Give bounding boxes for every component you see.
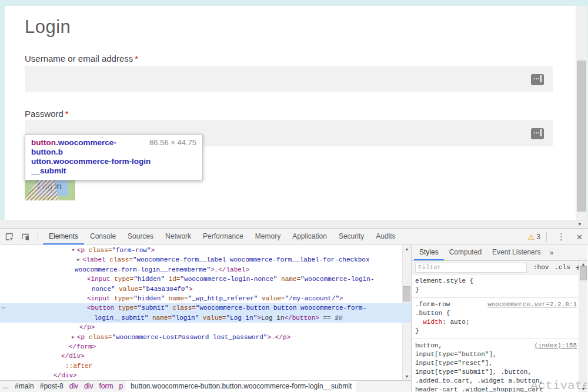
tab-memory[interactable]: Memory (249, 229, 286, 244)
code-token: </p> (79, 324, 95, 331)
code-token: name= (165, 295, 188, 302)
code-token: "woocommerce-form__label woocommerce-for… (133, 256, 370, 263)
tab-audits[interactable]: Audits (370, 229, 401, 244)
breadcrumb-item[interactable]: #post-8 (37, 381, 66, 392)
page-scrollbar-thumb[interactable] (577, 61, 586, 212)
page-scrollbar[interactable] (576, 6, 587, 220)
code-token: button, (415, 342, 442, 349)
style-rule-line[interactable]: .added_to_cart, .widget a.button, (415, 377, 577, 386)
devtools-close-icon[interactable]: ✕ (571, 233, 588, 242)
tree-line[interactable]: woocommerce-form-login__rememberme">…</l… (0, 265, 411, 274)
screen: Login Username or email address* ··· Pas… (0, 0, 588, 392)
breadcrumb-item[interactable]: p (116, 381, 126, 392)
tab-security[interactable]: Security (333, 229, 370, 244)
tree-line[interactable]: <input type="hidden" name="_wp_http_refe… (0, 294, 411, 303)
code-token: width (415, 319, 442, 326)
breadcrumb-item[interactable]: #main (12, 381, 37, 392)
style-rule-line[interactable]: width: auto; (415, 318, 577, 327)
breadcrumb-item[interactable]: div (81, 381, 96, 392)
tab-console[interactable]: Console (84, 229, 122, 244)
style-rule-line[interactable]: element.style { (415, 277, 577, 286)
class-toggle[interactable]: .cls (552, 264, 573, 271)
scroll-down-icon[interactable]: ▼ (577, 222, 582, 227)
tree-line[interactable]: </div> (0, 351, 411, 361)
scroll-up-icon[interactable]: ▲ (579, 262, 587, 266)
style-rules: Activate Go to Setti element.style {}woo… (412, 274, 587, 392)
breadcrumb-item[interactable]: div (66, 381, 81, 392)
style-rule-line[interactable]: input[type="reset"], (415, 359, 577, 368)
device-toolbar-icon[interactable] (21, 232, 30, 242)
code-token: ▼ (72, 246, 77, 255)
tree-line[interactable]: </div> (0, 371, 411, 380)
code-token: value= (115, 286, 142, 293)
style-rule-line[interactable]: header-cart .widget_shopping_cart (415, 386, 577, 392)
pseudo-state-toggle[interactable]: :hov (530, 264, 552, 271)
style-rule-line[interactable]: woocommerce…ver=2.2.8:1.form-row (415, 300, 577, 309)
breadcrumb-item[interactable]: button.woocommerce-button.button.woocomm… (126, 381, 356, 392)
toolbar-separator (38, 232, 38, 242)
tab-elements[interactable]: Elements (43, 229, 84, 244)
code-token: element.style { (415, 277, 473, 284)
style-rule: woocommerce…ver=2.2.8:1.form-row.button … (412, 298, 587, 339)
code-token: id= (165, 276, 180, 283)
tree-line[interactable]: ⋯<button type="submit" class="woocommerc… (0, 303, 411, 313)
tree-line[interactable]: </form> (0, 342, 411, 351)
stylesheet-source-link[interactable]: woocommerce…ver=2.2.8:1 (487, 300, 577, 309)
style-rule: (index):155button,input[type="button"],i… (412, 339, 587, 392)
console-warnings-badge[interactable]: ⚠3 (528, 233, 540, 242)
scroll-down-icon[interactable]: ▼ (579, 387, 587, 391)
style-rule-line[interactable]: } (415, 327, 577, 336)
page-title: Login (25, 16, 71, 38)
code-token: } (415, 286, 419, 293)
sidebar-tab-styles[interactable]: Styles (414, 245, 444, 260)
inspect-tooltip: button.woocommerce-button.b 86.56 × 44.7… (25, 134, 203, 180)
code-token: .added_to_cart, .widget a.button, (415, 377, 543, 384)
sidebar-tab-event-listeners[interactable]: Event Listeners (487, 245, 546, 260)
code-token: : auto; (442, 319, 469, 326)
page-viewport: Login Username or email address* ··· Pas… (0, 0, 588, 229)
style-rule: element.style {} (412, 274, 587, 298)
autofill-icon[interactable]: ··· (531, 74, 544, 85)
code-token: type= (111, 295, 134, 302)
tree-line[interactable]: <input type="hidden" id="woocommerce-log… (0, 274, 411, 284)
styles-scrollbar[interactable]: ▲ ▼ (579, 261, 587, 392)
code-token: <p (77, 334, 85, 341)
tree-line[interactable]: ▶<label class="woocommerce-form__label w… (0, 255, 411, 264)
code-token: <button (87, 304, 114, 311)
code-token: name= (277, 276, 300, 283)
style-rule-line[interactable]: input[type="button"], (415, 350, 577, 359)
username-input[interactable]: ··· (25, 66, 553, 92)
tab-network[interactable]: Network (159, 229, 197, 244)
styles-filter-input[interactable] (415, 263, 527, 273)
style-rule-line[interactable]: (index):155button, (415, 341, 577, 350)
tree-line[interactable]: ▶<p class="woocommerce-LostPassword lost… (0, 333, 411, 342)
code-token: Log in (261, 314, 285, 321)
tab-performance[interactable]: Performance (197, 229, 249, 244)
breadcrumb-item[interactable]: ... (0, 381, 12, 392)
code-token: "woocommerce-login- (300, 276, 374, 283)
sidebar-tabs-overflow-icon[interactable]: » (546, 249, 557, 257)
stylesheet-source-link[interactable]: (index):155 (534, 341, 577, 350)
code-token: > (151, 247, 155, 254)
page-scroll-corner: ▼ (0, 220, 588, 229)
style-rule-line[interactable]: input[type="submit"], .button, (415, 368, 577, 377)
style-rule-line[interactable]: } (415, 286, 577, 294)
breadcrumb: ...#main#post-8divdivformpbutton.woocomm… (0, 380, 411, 392)
row-grip-icon[interactable]: ⋯ (2, 303, 6, 313)
tree-line[interactable]: </p> (0, 323, 411, 332)
styles-scrollbar-thumb[interactable] (580, 266, 587, 280)
tree-line[interactable]: login__submit" name="login" value="Log i… (0, 313, 411, 323)
tab-sources[interactable]: Sources (122, 229, 159, 244)
code-token: == $0 (319, 314, 343, 321)
tab-application[interactable]: Application (286, 229, 333, 244)
style-rule-line[interactable]: .button { (415, 309, 577, 318)
username-label: Username or email address* (25, 53, 138, 63)
devtools-menu-icon[interactable]: ⋮ (552, 232, 571, 242)
tree-line[interactable]: ::after (0, 361, 411, 371)
breadcrumb-item[interactable]: form (96, 381, 116, 392)
tree-line[interactable]: nonce" value="b4a5a304f0"> (0, 284, 411, 294)
tree-line[interactable]: ▼<p class="form-row"> (0, 246, 411, 255)
sidebar-tab-computed[interactable]: Computed (444, 245, 487, 260)
inspect-element-icon[interactable] (5, 232, 14, 242)
autofill-icon[interactable]: ··· (531, 128, 544, 139)
